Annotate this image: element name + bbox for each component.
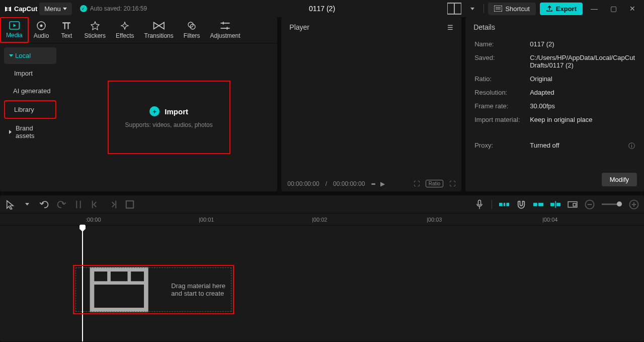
svg-rect-16 [538, 202, 543, 206]
zoom-in-button[interactable] [629, 199, 639, 210]
detail-saved-label: Saved: [474, 54, 530, 69]
chevron-down-icon [9, 54, 13, 57]
crop-button[interactable] [125, 199, 135, 210]
svg-rect-14 [506, 202, 509, 206]
export-icon [546, 5, 553, 12]
timeline-dropzone[interactable]: Drag material here and start to create [73, 265, 234, 314]
ruler-mark: |00:01 [199, 217, 214, 223]
tab-filters[interactable]: Filters [179, 17, 205, 43]
split-right-button[interactable] [108, 199, 118, 210]
detail-saved-value: C:/Users/HP/AppData/Local/CapCut Drafts/… [530, 54, 635, 69]
track-snap-toggle[interactable] [550, 199, 560, 210]
player-menu-icon[interactable]: ☰ [447, 24, 453, 31]
svg-rect-27 [92, 269, 146, 310]
svg-rect-2 [494, 6, 502, 12]
sidebar-item-local[interactable]: Local [4, 47, 56, 64]
tab-text[interactable]: Text [54, 17, 79, 43]
zoom-slider[interactable] [602, 203, 622, 205]
logo-text: CapCut [14, 5, 37, 13]
track-magnet-toggle[interactable] [516, 199, 526, 210]
detail-ratio-value: Original [530, 75, 635, 83]
maximize-button[interactable]: ▢ [606, 3, 621, 15]
tab-stickers[interactable]: Stickers [79, 17, 111, 43]
player-fullscreen-icon[interactable]: ⛶ [449, 180, 455, 187]
media-placeholder-icon [74, 266, 164, 313]
svg-rect-12 [499, 202, 503, 206]
svg-point-7 [40, 24, 43, 27]
player-ratio-badge[interactable]: Ratio [426, 180, 443, 187]
player-focus-icon[interactable]: ⛶ [414, 180, 420, 187]
minimize-button[interactable]: — [587, 3, 602, 15]
export-button[interactable]: Export [540, 3, 583, 15]
detail-import-material-label: Import material: [474, 116, 530, 123]
tab-audio[interactable]: Audio [29, 17, 54, 43]
tab-media[interactable]: Media [0, 17, 29, 43]
sidebar-item-import[interactable]: Import [4, 65, 56, 82]
modify-button[interactable]: Modify [602, 173, 637, 186]
import-dropzone[interactable]: + Import Supports: videos, audios, photo… [108, 81, 230, 154]
svg-rect-17 [550, 202, 554, 206]
track-preview-toggle[interactable] [568, 199, 578, 210]
play-button[interactable]: ▶ [380, 180, 385, 187]
effects-icon [120, 21, 129, 30]
svg-rect-19 [556, 202, 560, 206]
filters-icon [187, 21, 196, 30]
tab-effects[interactable]: Effects [111, 17, 139, 43]
import-sublabel: Supports: videos, audios, photos [125, 121, 213, 128]
ruler-mark: |00:02 [312, 217, 327, 223]
info-icon[interactable]: ⓘ [628, 142, 635, 151]
text-icon [61, 21, 71, 30]
media-icon [9, 21, 20, 30]
sidebar-item-brand-assets[interactable]: Brand assets [4, 120, 56, 144]
player-time-current: 00:00:00:00 [287, 180, 319, 187]
track-link-toggle[interactable] [533, 199, 543, 210]
split-button[interactable] [73, 199, 84, 210]
selection-tool[interactable] [5, 199, 15, 210]
transitions-icon [152, 21, 166, 30]
mic-button[interactable] [474, 199, 485, 210]
shortcut-button[interactable]: Shortcut [488, 3, 535, 15]
timeline-ruler[interactable]: :00:00 |00:01 |00:02 |00:03 |00:04 [0, 214, 644, 226]
track-main-toggle[interactable] [499, 199, 509, 210]
plus-icon: + [149, 106, 159, 116]
close-button[interactable]: ✕ [625, 3, 640, 15]
ruler-mark: |00:04 [542, 217, 557, 223]
autosave-indicator: ✓ Auto saved: 20:16:59 [80, 5, 147, 12]
detail-framerate-label: Frame rate: [474, 102, 530, 110]
player-title: Player [289, 23, 309, 31]
ruler-mark: |00:03 [427, 217, 442, 223]
svg-point-9 [190, 24, 195, 29]
chevron-down-icon [63, 8, 67, 10]
detail-proxy-value: Turned off [530, 142, 628, 151]
capcut-logo-icon [4, 5, 12, 13]
undo-button[interactable] [39, 199, 49, 210]
player-grid-icon[interactable]: ▪▪▪ [371, 180, 374, 187]
check-icon: ✓ [80, 5, 87, 12]
sidebar-item-library[interactable]: Library [4, 100, 56, 119]
tab-transitions[interactable]: Transitions [139, 17, 179, 43]
redo-button[interactable] [56, 199, 66, 210]
svg-rect-15 [533, 202, 537, 206]
ruler-mark: :00:00 [86, 217, 101, 223]
detail-import-material-value: Keep in original place [530, 116, 635, 123]
svg-point-8 [188, 22, 193, 27]
zoom-out-button[interactable] [585, 199, 595, 210]
layout-dropdown[interactable] [465, 3, 479, 15]
svg-rect-11 [478, 200, 481, 205]
detail-framerate-value: 30.00fps [530, 102, 635, 110]
detail-name-value: 0117 (2) [530, 40, 635, 48]
split-left-button[interactable] [91, 199, 101, 210]
stickers-icon [91, 21, 100, 30]
menu-button[interactable]: Menu [39, 3, 72, 15]
adjustment-icon [219, 21, 231, 30]
detail-ratio-label: Ratio: [474, 75, 530, 83]
audio-icon [37, 21, 46, 30]
sidebar-item-ai-generated[interactable]: AI generated [4, 83, 56, 99]
selection-dropdown[interactable] [22, 199, 32, 210]
timeline-tracks[interactable]: Drag material here and start to create [0, 226, 644, 341]
detail-resolution-value: Adapted [530, 89, 635, 96]
layout-button[interactable] [447, 3, 461, 15]
detail-proxy-label: Proxy: [474, 142, 530, 151]
tab-adjustment[interactable]: Adjustment [205, 17, 245, 43]
project-name: 0117 (2) [309, 5, 335, 13]
